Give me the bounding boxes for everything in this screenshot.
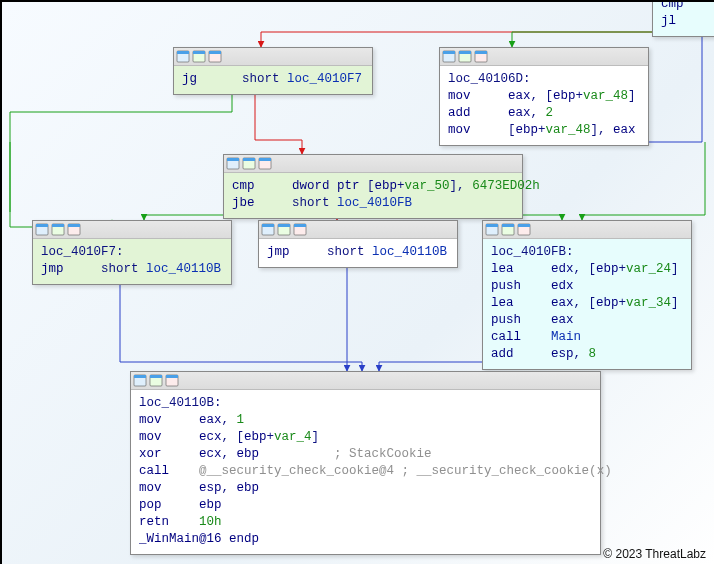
titlebar [483,221,691,239]
node-cmp-body: cmp dword ptr [ebp+var_50], 6473ED02h jb… [224,173,522,218]
svg-rect-25 [262,224,274,227]
titlebar [224,155,522,173]
flag-icon [474,50,488,63]
flag-icon [258,157,272,170]
svg-rect-11 [475,51,487,54]
node-icon [51,223,65,236]
win-icon [35,223,49,236]
node-top-cut-body: cmp dw jl sho [653,1,714,36]
svg-rect-7 [443,51,455,54]
svg-rect-35 [518,224,530,227]
svg-rect-33 [502,224,514,227]
node-4010fb-body: loc_4010FB: lea edx, [ebp+var_24] push e… [483,239,691,369]
flag-icon [165,374,179,387]
node-4010fb[interactable]: loc_4010FB: lea edx, [ebp+var_24] push e… [482,220,692,370]
svg-rect-19 [36,224,48,227]
node-40110b[interactable]: loc_40110B: mov eax, 1 mov ecx, [ebp+var… [130,371,601,555]
node-4010f7[interactable]: loc_4010F7: jmp short loc_40110B [32,220,232,285]
titlebar [259,221,457,239]
svg-rect-39 [150,375,162,378]
node-jmp-body: jmp short loc_40110B [259,239,457,267]
node-icon [242,157,256,170]
svg-rect-21 [52,224,64,227]
node-4010f7-body: loc_4010F7: jmp short loc_40110B [33,239,231,284]
win-icon [442,50,456,63]
svg-rect-3 [193,51,205,54]
svg-rect-17 [259,158,271,161]
win-icon [226,157,240,170]
node-40106d-body: loc_40106D: mov eax, [ebp+var_48] add ea… [440,66,648,145]
svg-rect-27 [278,224,290,227]
win-icon [176,50,190,63]
win-icon [261,223,275,236]
svg-rect-29 [294,224,306,227]
svg-rect-41 [166,375,178,378]
node-jg[interactable]: jg short loc_4010F7 [173,47,373,95]
win-icon [485,223,499,236]
svg-rect-37 [134,375,146,378]
titlebar [174,48,372,66]
node-icon [149,374,163,387]
svg-rect-15 [243,158,255,161]
win-icon [133,374,147,387]
copyright-text: © 2023 ThreatLabz [603,547,706,561]
node-icon [501,223,515,236]
node-40106d[interactable]: loc_40106D: mov eax, [ebp+var_48] add ea… [439,47,649,146]
flag-icon [208,50,222,63]
node-icon [192,50,206,63]
svg-rect-31 [486,224,498,227]
svg-rect-13 [227,158,239,161]
node-jg-body: jg short loc_4010F7 [174,66,372,94]
node-top-cut[interactable]: cmp dw jl sho [652,1,714,37]
svg-rect-5 [209,51,221,54]
graph-canvas: { "colors": { "edge_true": "#18a018", "e… [2,2,714,564]
svg-rect-9 [459,51,471,54]
node-icon [277,223,291,236]
node-cmp[interactable]: cmp dword ptr [ebp+var_50], 6473ED02h jb… [223,154,523,219]
titlebar [33,221,231,239]
flag-icon [67,223,81,236]
node-40110b-body: loc_40110B: mov eax, 1 mov ecx, [ebp+var… [131,390,600,554]
svg-rect-23 [68,224,80,227]
titlebar [440,48,648,66]
node-icon [458,50,472,63]
svg-rect-1 [177,51,189,54]
flag-icon [517,223,531,236]
node-jmp[interactable]: jmp short loc_40110B [258,220,458,268]
titlebar [131,372,600,390]
flag-icon [293,223,307,236]
